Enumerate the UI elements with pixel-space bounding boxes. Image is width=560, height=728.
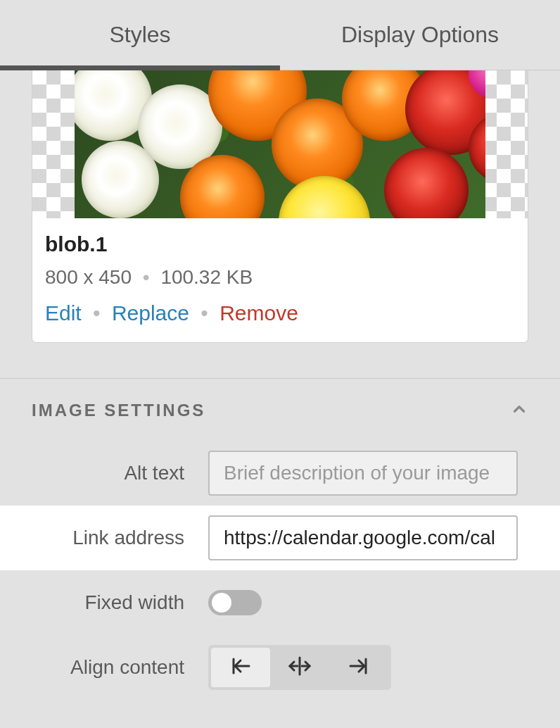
toggle-knob xyxy=(212,593,231,613)
align-left-button[interactable] xyxy=(211,648,270,687)
fixed-width-toggle[interactable] xyxy=(208,590,262,615)
dot-separator: • xyxy=(195,301,214,325)
tab-label: Display Options xyxy=(341,22,499,48)
align-content-label: Align content xyxy=(0,656,208,679)
replace-link[interactable]: Replace xyxy=(112,301,189,325)
alt-text-label: Alt text xyxy=(0,462,208,484)
row-fixed-width: Fixed width xyxy=(0,570,560,635)
tab-label: Styles xyxy=(109,22,170,48)
section-header-image-settings[interactable]: IMAGE SETTINGS xyxy=(0,378,560,441)
align-center-icon xyxy=(286,652,314,683)
image-card-wrap: blob.1 800 x 450 • 100.32 KB Edit • Repl… xyxy=(0,70,560,343)
image-card: blob.1 800 x 450 • 100.32 KB Edit • Repl… xyxy=(32,70,528,343)
image-actions: Edit • Replace • Remove xyxy=(45,301,515,325)
image-meta: blob.1 800 x 450 • 100.32 KB Edit • Repl… xyxy=(32,218,528,342)
row-align-content: Align content xyxy=(0,635,560,700)
chevron-up-icon xyxy=(510,400,528,421)
align-content-segmented xyxy=(208,645,391,690)
row-link-address: Link address xyxy=(0,506,560,570)
dot-separator: • xyxy=(137,266,155,288)
image-dimensions: 800 x 450 xyxy=(45,266,132,288)
row-alt-text: Alt text xyxy=(0,441,560,506)
link-address-input[interactable] xyxy=(208,515,518,560)
link-address-label: Link address xyxy=(0,527,208,549)
align-right-icon xyxy=(345,652,373,683)
section-title: IMAGE SETTINGS xyxy=(32,401,205,420)
edit-link[interactable]: Edit xyxy=(45,301,82,325)
image-thumbnail xyxy=(75,70,485,218)
image-preview[interactable] xyxy=(32,70,528,218)
tab-styles[interactable]: Styles xyxy=(0,0,280,70)
dot-separator: • xyxy=(87,301,106,325)
align-right-button[interactable] xyxy=(329,648,388,687)
image-filename: blob.1 xyxy=(45,232,515,256)
image-dimensions-row: 800 x 450 • 100.32 KB xyxy=(45,266,515,289)
image-settings-form: Alt text Link address Fixed width Align … xyxy=(0,441,560,700)
remove-link[interactable]: Remove xyxy=(219,301,298,325)
align-left-icon xyxy=(227,652,255,683)
fixed-width-label: Fixed width xyxy=(0,591,208,614)
alt-text-input[interactable] xyxy=(208,451,518,496)
image-filesize: 100.32 KB xyxy=(160,266,253,288)
tab-display-options[interactable]: Display Options xyxy=(280,0,560,70)
tabs: Styles Display Options xyxy=(0,0,560,70)
align-center-button[interactable] xyxy=(270,648,329,687)
